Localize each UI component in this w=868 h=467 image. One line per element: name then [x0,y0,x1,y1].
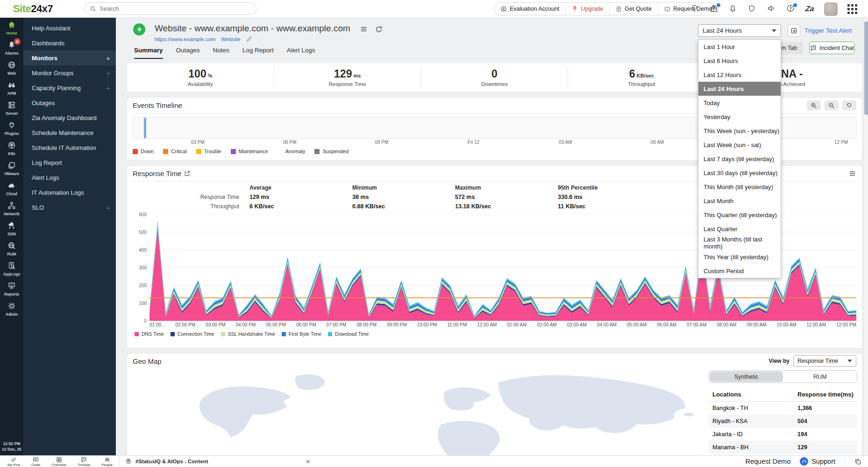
help-icon[interactable] [786,4,796,14]
location-row-bangkok-th[interactable]: Bangkok - TH1,366 [709,402,857,415]
sidebar-item-slo[interactable]: SLO+ [23,200,116,215]
period-option-last-7-days-till-yesterday-[interactable]: Last 7 days (till yesterday) [698,152,781,166]
sidebar-item-it-automation-logs[interactable]: IT Automation Logs [23,185,116,200]
sidebar-item-log-report[interactable]: Log Report [23,155,116,170]
period-option-last-3-months-till-last-month-[interactable]: Last 3 Months (till last month) [698,236,781,250]
tab-outages[interactable]: Outages [176,47,200,59]
rail-item-rum[interactable]: RUM [0,239,23,259]
monitor-url-link[interactable]: https://www.example.com [155,36,215,42]
apps-grid-icon[interactable] [847,4,857,14]
period-option-custom-period[interactable]: Custom Period [698,264,781,278]
rail-item-cloud[interactable]: Cloud [0,178,23,198]
page-scrollbar[interactable] [863,18,868,455]
location-row-jakarta-id[interactable]: Jakarta - ID194 [709,428,857,441]
time-period-select[interactable]: Last 24 Hours [698,24,781,37]
timeline-zoom-reset-button[interactable] [842,100,856,110]
edit-pencil-icon[interactable] [246,36,252,42]
location-row-manama-bh[interactable]: Manama - BH129 [709,441,857,454]
period-option-last-1-hour[interactable]: Last 1 Hour [698,40,781,54]
zoho-logo[interactable]: Za [805,5,815,13]
rail-item-k8s[interactable]: K8s [0,138,23,158]
period-option-last-12-hours[interactable]: Last 12 Hours [698,68,781,82]
pill-evaluation-account[interactable]: Evaluation Account [494,3,566,15]
monitor-type-link[interactable]: Website [221,36,240,42]
avatar[interactable] [824,2,838,16]
gift-icon[interactable] [710,4,719,14]
chart-menu-icon[interactable] [848,170,856,177]
period-option-this-week-sun-yesterday-[interactable]: This Week (sun - yesterday) [698,124,781,138]
bottombar-people[interactable]: People [101,457,112,467]
expand-plus-icon[interactable]: + [106,204,110,212]
close-icon[interactable]: ✕ [305,458,310,465]
bottombar-my-pins[interactable]: My Pins [7,457,20,467]
period-option-last-week-sun-sat-[interactable]: Last Week (sun - sat) [698,138,781,152]
rail-item-plugins[interactable]: Plugins [0,118,23,138]
sidebar-item-schedule-maintenance[interactable]: Schedule Maintenance [23,125,116,140]
rail-item-sdn[interactable]: SDN [0,219,23,239]
support-link[interactable]: Support [800,457,835,466]
period-option-this-year-till-yesterday-[interactable]: This Year (till yesterday) [698,250,781,264]
sidebar-item-capacity-planning[interactable]: Capacity Planning+ [23,80,116,95]
period-option-last-30-days-till-yesterday-[interactable]: Last 30 days (till yesterday) [698,166,781,180]
sidebar-item-monitor-groups[interactable]: Monitor Groups+ [23,65,116,80]
chat-tab[interactable]: #StatusIQ & AIOps - Content ✕ [119,456,316,467]
trigger-test-alert-link[interactable]: Trigger Test Alert [804,27,852,34]
tab-notes[interactable]: Notes [213,47,229,59]
bottombar-threads[interactable]: Threads [78,457,91,467]
rail-item-network[interactable]: Network [0,198,23,219]
timeline-event-marker[interactable] [144,118,146,138]
timeline-zoom-in-button[interactable] [807,100,821,110]
rail-item-web[interactable]: Web [0,58,23,78]
refresh-icon[interactable] [375,26,383,33]
rail-item-applogs[interactable]: AppLogs [0,259,23,279]
sidebar-item-outages[interactable]: Outages [23,95,116,110]
copy-icon[interactable] [854,458,861,465]
tab-summary[interactable]: Summary [134,47,163,59]
tab-log-report[interactable]: Log Report [242,47,274,59]
clone-monitor-button[interactable] [788,24,800,37]
sidebar-item-zia-anomaly-dashboard[interactable]: Zia Anomaly Dashboard [23,110,116,125]
pill-get-quote[interactable]: Get Quote [610,3,658,15]
sidebar-item-help-assistant[interactable]: Help Assistant [23,21,116,35]
period-option-today[interactable]: Today [698,96,781,110]
bottombar-chats[interactable]: Chats [31,457,41,467]
rail-item-vmware[interactable]: VMware [0,158,23,178]
notification-bell-icon[interactable] [729,4,738,14]
view-by-select[interactable]: Response Time [793,355,856,367]
tab-alert-logs[interactable]: Alert Logs [287,47,315,59]
period-option-last-24-hours[interactable]: Last 24 Hours [698,82,781,96]
period-option-last-6-hours[interactable]: Last 6 Hours [698,54,781,68]
rail-item-alarms[interactable]: 4Alarms [0,38,23,58]
period-option-yesterday[interactable]: Yesterday [698,110,781,124]
location-row-riyadh-ksa[interactable]: Riyadh - KSA504 [709,415,857,428]
toggle-synthetic[interactable]: Synthetic [710,371,783,382]
global-search[interactable] [85,2,256,15]
bottombar-channels[interactable]: Channels [51,457,66,467]
timeline-zoom-out-button[interactable] [825,100,839,110]
rail-item-home[interactable]: Home [0,18,23,38]
expand-plus-icon[interactable]: + [106,84,110,92]
rail-item-server[interactable]: Server [0,98,23,118]
expand-plus-icon[interactable]: + [106,54,110,62]
sidebar-item-schedule-it-automation[interactable]: Schedule IT Automation [23,140,116,155]
period-option-this-month-till-yesterday-[interactable]: This Month (till yesterday) [698,180,781,194]
rail-item-reports[interactable]: Reports [0,279,23,299]
shield-icon[interactable] [748,4,757,14]
sidebar-item-monitors[interactable]: Monitors+ [23,50,116,65]
rail-item-apm[interactable]: APM [0,78,23,98]
period-option-last-month[interactable]: Last Month [698,194,781,208]
search-input[interactable] [100,5,240,12]
monitor-menu-icon[interactable] [360,26,368,33]
period-option-last-quarter[interactable]: Last Quarter [698,222,781,236]
rail-item-admin[interactable]: Admin [0,299,23,319]
expand-plus-icon[interactable]: + [106,69,110,77]
period-option-this-quarter-till-yesterday-[interactable]: This Quarter (till yesterday) [698,208,781,222]
scrollbar-thumb[interactable] [864,21,868,115]
toggle-rum[interactable]: RUM [783,371,857,382]
idea-icon[interactable] [690,4,700,14]
site24x7-logo[interactable]: Site24x7 [13,3,53,15]
sidebar-item-alert-logs[interactable]: Alert Logs [23,170,116,185]
external-link-icon[interactable] [184,170,190,177]
pill-upgrade[interactable]: Upgrade [566,3,610,15]
megaphone-icon[interactable] [767,4,776,14]
